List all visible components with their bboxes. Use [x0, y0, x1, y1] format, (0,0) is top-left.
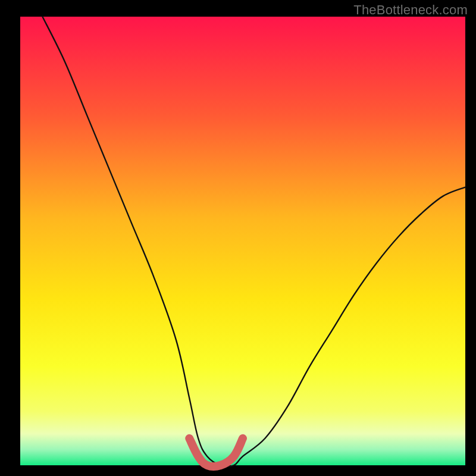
bottleneck-plot	[0, 0, 476, 476]
plot-area	[20, 17, 465, 465]
chart-stage: TheBottleneck.com	[0, 0, 476, 476]
watermark-text: TheBottleneck.com	[353, 2, 468, 18]
